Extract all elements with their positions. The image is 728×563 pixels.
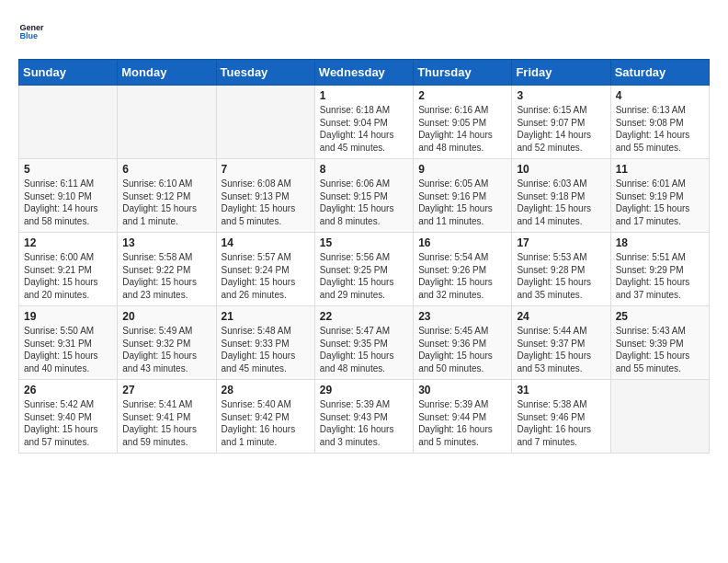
day-number: 3 [517,89,605,102]
day-info: Sunrise: 6:03 AMSunset: 9:18 PMDaylight:… [517,178,605,227]
day-number: 11 [616,163,704,176]
week-row-4: 19Sunrise: 5:50 AMSunset: 9:31 PMDayligh… [19,306,710,380]
day-header-wednesday: Wednesday [314,60,413,86]
day-info: Sunrise: 5:54 AMSunset: 9:26 PMDaylight:… [418,251,506,301]
day-cell: 14Sunrise: 5:57 AMSunset: 9:24 PMDayligh… [216,233,314,306]
day-cell [610,380,709,454]
day-cell: 17Sunrise: 5:53 AMSunset: 9:28 PMDayligh… [512,233,610,306]
week-row-5: 26Sunrise: 5:42 AMSunset: 9:40 PMDayligh… [19,380,710,454]
day-info: Sunrise: 5:51 AMSunset: 9:29 PMDaylight:… [616,251,704,301]
day-number: 24 [517,310,605,323]
day-info: Sunrise: 6:01 AMSunset: 9:19 PMDaylight:… [616,178,704,227]
day-number: 31 [517,384,605,396]
day-number: 27 [122,384,210,396]
day-number: 23 [418,310,506,323]
day-info: Sunrise: 6:18 AMSunset: 9:04 PMDaylight:… [320,104,408,154]
day-cell: 6Sunrise: 6:10 AMSunset: 9:12 PMDaylight… [118,159,216,233]
day-number: 30 [418,384,506,396]
day-info: Sunrise: 5:40 AMSunset: 9:42 PMDaylight:… [222,398,310,448]
week-row-2: 5Sunrise: 6:11 AMSunset: 9:10 PMDaylight… [19,159,710,233]
day-number: 20 [122,310,210,323]
day-cell: 29Sunrise: 5:39 AMSunset: 9:43 PMDayligh… [314,380,413,454]
day-info: Sunrise: 6:06 AMSunset: 9:15 PMDaylight:… [320,178,408,227]
day-cell [216,86,314,159]
day-cell: 22Sunrise: 5:47 AMSunset: 9:35 PMDayligh… [314,306,413,380]
day-cell [19,86,118,159]
day-number: 26 [24,384,112,396]
day-info: Sunrise: 5:53 AMSunset: 9:28 PMDaylight:… [517,251,605,301]
day-cell: 1Sunrise: 6:18 AMSunset: 9:04 PMDaylight… [314,86,413,159]
day-info: Sunrise: 5:42 AMSunset: 9:40 PMDaylight:… [24,398,112,448]
day-cell: 9Sunrise: 6:05 AMSunset: 9:16 PMDaylight… [414,159,512,233]
day-info: Sunrise: 6:13 AMSunset: 9:08 PMDaylight:… [616,104,704,154]
page-header: General Blue [18,18,710,44]
day-info: Sunrise: 6:16 AMSunset: 9:05 PMDaylight:… [418,104,506,154]
day-cell: 2Sunrise: 6:16 AMSunset: 9:05 PMDaylight… [414,86,512,159]
day-info: Sunrise: 5:58 AMSunset: 9:22 PMDaylight:… [122,251,210,301]
calendar: SundayMondayTuesdayWednesdayThursdayFrid… [18,59,710,454]
day-number: 9 [418,163,506,176]
day-info: Sunrise: 5:57 AMSunset: 9:24 PMDaylight:… [222,251,310,301]
day-cell: 19Sunrise: 5:50 AMSunset: 9:31 PMDayligh… [19,306,118,380]
day-cell: 23Sunrise: 5:45 AMSunset: 9:36 PMDayligh… [414,306,512,380]
day-info: Sunrise: 5:44 AMSunset: 9:37 PMDaylight:… [517,325,605,374]
day-number: 14 [222,236,310,249]
day-info: Sunrise: 5:38 AMSunset: 9:46 PMDaylight:… [517,398,605,448]
day-cell: 11Sunrise: 6:01 AMSunset: 9:19 PMDayligh… [610,159,709,233]
day-cell: 7Sunrise: 6:08 AMSunset: 9:13 PMDaylight… [216,159,314,233]
day-cell: 28Sunrise: 5:40 AMSunset: 9:42 PMDayligh… [216,380,314,454]
day-info: Sunrise: 5:39 AMSunset: 9:43 PMDaylight:… [320,398,408,448]
day-header-monday: Monday [118,60,216,86]
day-info: Sunrise: 5:48 AMSunset: 9:33 PMDaylight:… [222,325,310,374]
day-cell: 21Sunrise: 5:48 AMSunset: 9:33 PMDayligh… [216,306,314,380]
day-cell: 27Sunrise: 5:41 AMSunset: 9:41 PMDayligh… [118,380,216,454]
day-number: 19 [24,310,112,323]
day-cell [118,86,216,159]
day-info: Sunrise: 6:11 AMSunset: 9:10 PMDaylight:… [24,178,112,227]
day-cell: 5Sunrise: 6:11 AMSunset: 9:10 PMDaylight… [19,159,118,233]
day-cell: 31Sunrise: 5:38 AMSunset: 9:46 PMDayligh… [512,380,610,454]
day-number: 18 [616,236,704,249]
day-info: Sunrise: 6:00 AMSunset: 9:21 PMDaylight:… [24,251,112,301]
day-info: Sunrise: 5:39 AMSunset: 9:44 PMDaylight:… [418,398,506,448]
day-header-tuesday: Tuesday [216,60,314,86]
day-number: 17 [517,236,605,249]
day-header-thursday: Thursday [414,60,512,86]
day-cell: 18Sunrise: 5:51 AMSunset: 9:29 PMDayligh… [610,233,709,306]
day-number: 13 [122,236,210,249]
day-info: Sunrise: 6:08 AMSunset: 9:13 PMDaylight:… [222,178,310,227]
day-number: 10 [517,163,605,176]
day-cell: 3Sunrise: 6:15 AMSunset: 9:07 PMDaylight… [512,86,610,159]
day-info: Sunrise: 6:15 AMSunset: 9:07 PMDaylight:… [517,104,605,154]
day-cell: 16Sunrise: 5:54 AMSunset: 9:26 PMDayligh… [414,233,512,306]
day-number: 16 [418,236,506,249]
day-number: 5 [24,163,112,176]
day-cell: 10Sunrise: 6:03 AMSunset: 9:18 PMDayligh… [512,159,610,233]
day-cell: 24Sunrise: 5:44 AMSunset: 9:37 PMDayligh… [512,306,610,380]
day-number: 15 [320,236,408,249]
day-info: Sunrise: 5:43 AMSunset: 9:39 PMDaylight:… [616,325,704,374]
day-number: 6 [122,163,210,176]
day-number: 29 [320,384,408,396]
day-number: 21 [222,310,310,323]
day-cell: 4Sunrise: 6:13 AMSunset: 9:08 PMDaylight… [610,86,709,159]
day-number: 1 [320,89,408,102]
week-row-1: 1Sunrise: 6:18 AMSunset: 9:04 PMDaylight… [19,86,710,159]
day-cell: 15Sunrise: 5:56 AMSunset: 9:25 PMDayligh… [314,233,413,306]
day-number: 4 [616,89,704,102]
svg-text:Blue: Blue [19,31,38,40]
day-cell: 12Sunrise: 6:00 AMSunset: 9:21 PMDayligh… [19,233,118,306]
day-info: Sunrise: 6:05 AMSunset: 9:16 PMDaylight:… [418,178,506,227]
day-number: 12 [24,236,112,249]
day-cell: 26Sunrise: 5:42 AMSunset: 9:40 PMDayligh… [19,380,118,454]
day-info: Sunrise: 5:50 AMSunset: 9:31 PMDaylight:… [24,325,112,374]
day-number: 25 [616,310,704,323]
logo-icon: General Blue [18,18,44,44]
header-row: SundayMondayTuesdayWednesdayThursdayFrid… [19,60,710,86]
day-cell: 20Sunrise: 5:49 AMSunset: 9:32 PMDayligh… [118,306,216,380]
day-header-sunday: Sunday [19,60,118,86]
day-cell: 30Sunrise: 5:39 AMSunset: 9:44 PMDayligh… [414,380,512,454]
day-info: Sunrise: 5:56 AMSunset: 9:25 PMDaylight:… [320,251,408,301]
day-header-saturday: Saturday [610,60,709,86]
day-number: 7 [222,163,310,176]
